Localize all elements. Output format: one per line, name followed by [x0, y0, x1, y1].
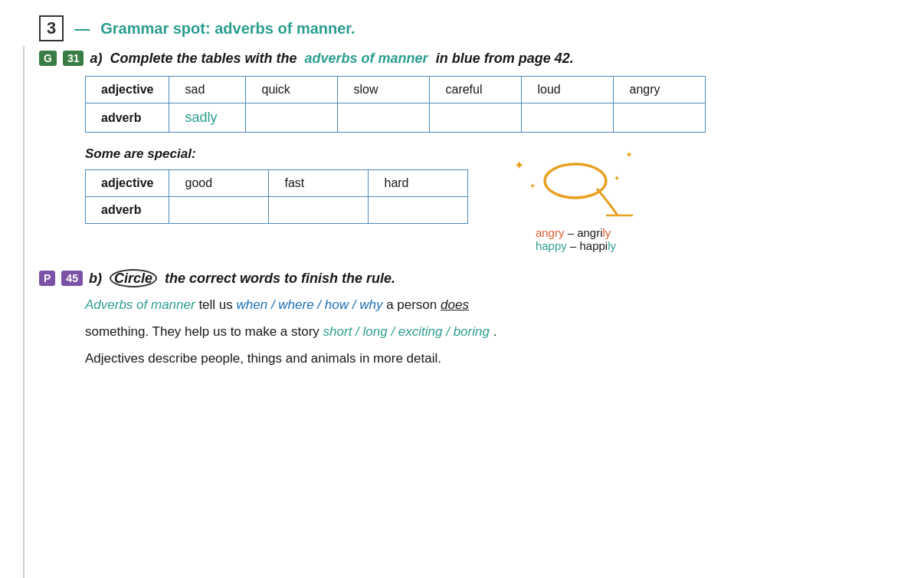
part-b-instruction: b) Circle the correct words to finish th…	[89, 271, 395, 287]
part-b-line3: Adjectives describe people, things and a…	[85, 348, 706, 370]
svg-point-4	[545, 164, 606, 198]
section-header: 3 — Grammar spot: adverbs of manner.	[39, 15, 706, 41]
part-b-line2: something. They help us to make a story …	[85, 321, 706, 343]
special-left: Some are special: adjective good fast ha…	[85, 146, 468, 224]
part-b: P 45 b) Circle the correct words to fini…	[39, 271, 706, 370]
table2-adverb-header: adverb	[86, 197, 169, 224]
part-a-instruction-text: Complete the tables with the adverbs of …	[106, 51, 574, 66]
table2-fast: fast	[269, 170, 369, 197]
table1-angry: angry	[614, 77, 706, 103]
table1-wrapper: adjective sad quick slow careful loud an…	[85, 76, 706, 133]
adverbs-manner-label: Adverbs of manner	[85, 297, 195, 312]
decoration-svg: ✦ ✦ ✦ ✦	[506, 146, 644, 223]
table1-adjective-header: adjective	[86, 77, 169, 103]
table1-sad: sad	[169, 77, 246, 103]
special-label: Some are special:	[85, 146, 468, 162]
table1-sadly[interactable]: sadly	[169, 103, 246, 133]
short-long-exciting-boring: short / long / exciting / boring	[323, 324, 490, 339]
part-a-label: a) Complete the tables with the adverbs …	[90, 51, 573, 67]
table1-loud: loud	[522, 77, 614, 103]
table2-row1: adjective good fast hard	[86, 170, 468, 197]
table2-good: good	[169, 170, 269, 197]
part-b-line1: Adverbs of manner tell us when / where /…	[85, 294, 706, 317]
table1-careful: careful	[430, 77, 522, 103]
table1-slow: slow	[338, 77, 430, 103]
circle-word: Circle	[110, 269, 157, 287]
table2-adjective-header: adjective	[86, 170, 169, 197]
special-section: Some are special: adjective good fast ha…	[85, 146, 706, 252]
table2-hard-adverb[interactable]	[369, 197, 468, 224]
svg-text:✦: ✦	[529, 182, 536, 190]
badge-num-45: 45	[61, 271, 83, 286]
table1-adverb-header: adverb	[86, 103, 169, 133]
table2-fast-adverb[interactable]	[269, 197, 369, 224]
table2-row2: adverb	[86, 197, 468, 224]
badge-g: G	[39, 51, 57, 66]
part-a-header: G 31 a) Complete the tables with the adv…	[39, 51, 706, 67]
illustration-section: ✦ ✦ ✦ ✦ angry – angrily	[506, 146, 644, 252]
table1-quick: quick	[246, 77, 338, 103]
badge-num-31: 31	[63, 51, 84, 66]
adverbs-of-manner-text: adverbs of manner	[305, 51, 428, 66]
table1-row2: adverb sadly	[86, 103, 706, 133]
table1-row1: adjective sad quick slow careful loud an…	[86, 77, 706, 103]
happy-rule: happy – happily	[536, 239, 616, 252]
part-b-header: P 45 b) Circle the correct words to fini…	[39, 271, 706, 287]
table1-careful-adverb[interactable]	[430, 103, 522, 133]
table1-slow-adverb[interactable]	[338, 103, 430, 133]
svg-text:✦: ✦	[625, 149, 633, 160]
table1-angry-adverb[interactable]	[614, 103, 706, 133]
table1-loud-adverb[interactable]	[522, 103, 614, 133]
table2-hard: hard	[369, 170, 468, 197]
svg-text:✦: ✦	[514, 159, 524, 172]
section-dash: —	[74, 20, 90, 38]
svg-text:✦: ✦	[614, 174, 620, 182]
part-b-text: Adverbs of manner tell us when / where /…	[85, 294, 706, 370]
badge-p: P	[39, 271, 55, 286]
angry-rule: angry – angrily	[536, 226, 616, 239]
table2-good-adverb[interactable]	[169, 197, 269, 224]
table2: adjective good fast hard adverb	[85, 169, 468, 224]
table1: adjective sad quick slow careful loud an…	[85, 76, 706, 133]
table1-quick-adverb[interactable]	[246, 103, 338, 133]
section-number: 3	[39, 15, 64, 41]
when-where-how-why: when / where / how / why	[237, 297, 383, 312]
section-title: Grammar spot: adverbs of manner.	[100, 20, 355, 38]
word-rule: angry – angrily happy – happily	[536, 226, 616, 252]
